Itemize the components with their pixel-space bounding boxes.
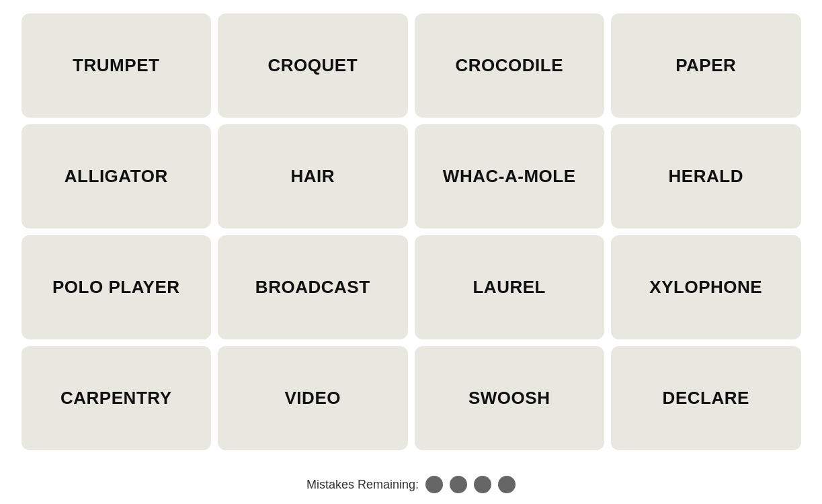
cell-label-xylophone: XYLOPHONE bbox=[643, 270, 769, 304]
grid-cell-herald[interactable]: HERALD bbox=[611, 124, 801, 228]
grid-cell-xylophone[interactable]: XYLOPHONE bbox=[611, 235, 801, 339]
grid-cell-carpentry[interactable]: CARPENTRY bbox=[22, 346, 212, 450]
grid-cell-laurel[interactable]: LAUREL bbox=[415, 235, 605, 339]
cell-label-alligator: ALLIGATOR bbox=[58, 159, 175, 194]
cell-label-crocodile: CROCODILE bbox=[448, 48, 570, 83]
cell-label-video: VIDEO bbox=[278, 381, 347, 415]
grid-cell-swoosh[interactable]: SWOOSH bbox=[415, 346, 605, 450]
cell-label-laurel: LAUREL bbox=[466, 270, 552, 304]
mistake-dot-3 bbox=[474, 476, 491, 493]
mistakes-dots bbox=[425, 476, 516, 493]
mistakes-label: Mistakes Remaining: bbox=[306, 478, 419, 492]
footer: Mistakes Remaining: bbox=[306, 476, 516, 493]
mistake-dot-2 bbox=[450, 476, 467, 493]
game-grid: TRUMPETCROQUETCROCODILEPAPERALLIGATORHAI… bbox=[8, 0, 815, 464]
cell-label-swoosh: SWOOSH bbox=[462, 381, 557, 415]
cell-label-paper: PAPER bbox=[669, 48, 743, 83]
grid-cell-alligator[interactable]: ALLIGATOR bbox=[22, 124, 212, 228]
cell-label-declare: DECLARE bbox=[656, 381, 756, 415]
grid-cell-polo-player[interactable]: POLO PLAYER bbox=[22, 235, 212, 339]
mistake-dot-4 bbox=[498, 476, 516, 493]
mistake-dot-1 bbox=[425, 476, 443, 493]
cell-label-carpentry: CARPENTRY bbox=[54, 381, 179, 415]
grid-cell-crocodile[interactable]: CROCODILE bbox=[415, 13, 605, 118]
cell-label-broadcast: BROADCAST bbox=[249, 270, 377, 304]
cell-label-trumpet: TRUMPET bbox=[66, 48, 166, 83]
grid-cell-whac-a-mole[interactable]: WHAC-A-MOLE bbox=[415, 124, 605, 228]
cell-label-herald: HERALD bbox=[662, 159, 750, 194]
grid-cell-video[interactable]: VIDEO bbox=[218, 346, 408, 450]
cell-label-hair: HAIR bbox=[284, 159, 341, 194]
cell-label-whac-a-mole: WHAC-A-MOLE bbox=[436, 159, 583, 194]
grid-cell-paper[interactable]: PAPER bbox=[611, 13, 801, 118]
cell-label-croquet: CROQUET bbox=[261, 48, 364, 83]
grid-cell-declare[interactable]: DECLARE bbox=[611, 346, 801, 450]
grid-cell-trumpet[interactable]: TRUMPET bbox=[22, 13, 212, 118]
cell-label-polo-player: POLO PLAYER bbox=[46, 270, 187, 304]
grid-cell-broadcast[interactable]: BROADCAST bbox=[218, 235, 408, 339]
grid-cell-croquet[interactable]: CROQUET bbox=[218, 13, 408, 118]
grid-cell-hair[interactable]: HAIR bbox=[218, 124, 408, 228]
